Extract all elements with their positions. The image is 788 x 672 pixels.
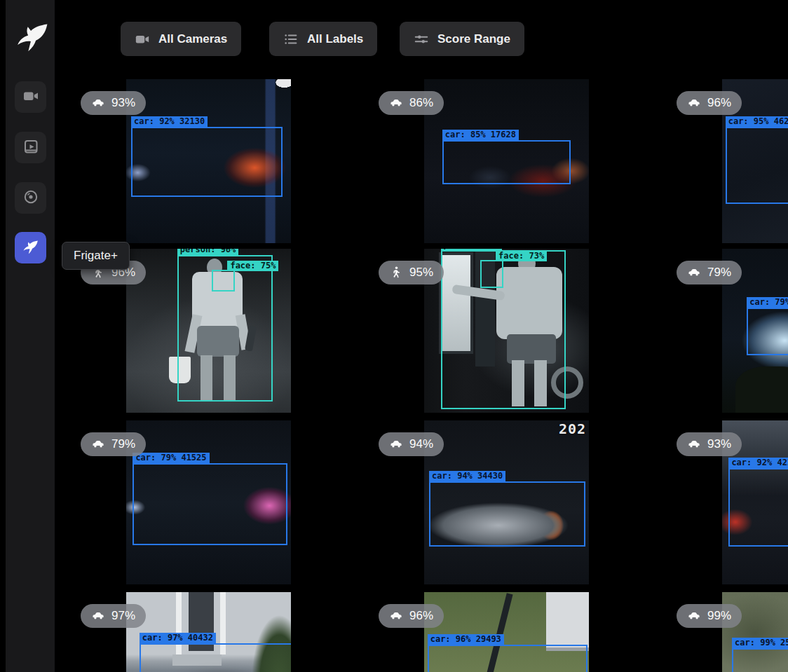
- score-badge: 95%: [379, 261, 444, 284]
- box-label: car: 94% 34430: [429, 471, 505, 481]
- snapshot-image[interactable]: 202 car: 94% 34430: [424, 420, 589, 584]
- score-badge: 94%: [379, 432, 444, 456]
- score-badge: 79%: [81, 432, 146, 456]
- snapshot-image[interactable]: car: 85% 17628: [424, 79, 589, 243]
- frigate-app: Frigate+ All Cameras All Labels Score Ra…: [0, 0, 788, 672]
- detection-tile: 99% car: 99% 25: [666, 592, 788, 672]
- score-range-label: Score Range: [437, 32, 510, 46]
- bounding-box: car: 92% 4216: [728, 468, 788, 547]
- sidebar: [6, 0, 55, 672]
- car-icon: [687, 437, 701, 451]
- bounding-box: car: 94% 34430: [429, 481, 585, 547]
- bounding-box: car: 85% 17628: [442, 140, 571, 184]
- snapshot-image[interactable]: car: 92% 32130: [126, 79, 291, 243]
- box-label: car: 92% 4216: [728, 458, 788, 468]
- frigate-logo-icon: [15, 18, 50, 55]
- score-value: 95%: [409, 266, 433, 280]
- face-label: face: 75%: [227, 261, 278, 271]
- sidebar-item-frigate-plus[interactable]: [15, 232, 46, 263]
- score-badge: 79%: [677, 261, 742, 284]
- detection-tile: 93% 03 0 car: 92% 4216: [666, 420, 788, 591]
- person-icon: [389, 266, 403, 280]
- box-label: car: 85% 17628: [442, 130, 519, 140]
- all-cameras-label: All Cameras: [158, 32, 227, 46]
- box-label: car: 79%: [747, 297, 788, 308]
- score-value: 96%: [409, 609, 433, 623]
- bounding-box: car: 96% 29493: [428, 645, 587, 672]
- camera-icon: [135, 32, 150, 47]
- score-badge: 93%: [677, 432, 742, 456]
- score-range-button[interactable]: Score Range: [400, 22, 524, 56]
- car-icon: [389, 96, 403, 110]
- score-value: 93%: [111, 96, 135, 110]
- sidebar-item-review[interactable]: [15, 132, 46, 163]
- snapshot-image[interactable]: car: 79% 41525: [126, 420, 291, 584]
- score-value: 79%: [111, 437, 135, 451]
- all-labels-label: All Labels: [307, 32, 363, 46]
- bounding-box: person: 94%: [441, 250, 566, 409]
- score-value: 97%: [111, 609, 135, 623]
- car-icon: [91, 437, 105, 451]
- score-badge: 97%: [81, 604, 146, 628]
- detection-tile: 95% person: 94% face: 73%: [368, 249, 666, 419]
- score-badge: 96%: [379, 604, 444, 628]
- face-label: face: 73%: [496, 251, 547, 261]
- detection-tile: 93% car: 92% 32130: [70, 79, 368, 249]
- score-value: 93%: [707, 437, 731, 451]
- bounding-box: car: 95% 46260: [726, 127, 788, 204]
- detection-tile: 94% 202 car: 94% 34430: [368, 420, 666, 591]
- score-badge: 99%: [677, 604, 742, 628]
- car-icon: [389, 437, 403, 451]
- box-label: person: 96%: [177, 249, 238, 255]
- bounding-box: car: 79% 41525: [133, 463, 287, 545]
- bounding-box: car: 79%: [747, 308, 788, 355]
- detection-tile: 79% car: 79% 41525: [70, 420, 368, 591]
- bounding-box: car: 92% 32130: [131, 127, 283, 198]
- sidebar-item-cameras[interactable]: [15, 81, 46, 113]
- all-labels-button[interactable]: All Labels: [269, 22, 377, 56]
- box-label: person: 94%: [441, 249, 502, 250]
- score-value: 94%: [409, 437, 433, 451]
- snapshot-image[interactable]: car: 96% 29493: [424, 592, 589, 672]
- timestamp-overlay: 202: [559, 420, 586, 437]
- score-value: 96%: [707, 96, 731, 110]
- bounding-box: car: 99% 25: [732, 648, 788, 672]
- scene-art: [546, 592, 589, 651]
- score-badge: 86%: [379, 91, 444, 115]
- sidebar-item-recordings[interactable]: [15, 182, 46, 214]
- review-icon: [22, 138, 39, 158]
- bounding-box: car: 97% 40432: [140, 643, 291, 672]
- score-badge: 93%: [81, 91, 146, 115]
- box-label: car: 97% 40432: [140, 633, 216, 643]
- detection-tile: 86% car: 85% 17628: [368, 79, 666, 249]
- score-value: 79%: [707, 266, 731, 280]
- car-icon: [91, 609, 105, 623]
- score-value: 86%: [409, 96, 433, 110]
- detection-tile: 96% car: 96% 29493: [368, 592, 666, 672]
- recordings-icon: [22, 188, 39, 208]
- camera-icon: [22, 88, 39, 107]
- filter-bar: All Cameras All Labels Score Range: [56, 0, 788, 67]
- scene-art: [735, 366, 788, 413]
- snapshot-image[interactable]: person: 96% face: 75%: [126, 249, 291, 413]
- car-icon: [687, 609, 701, 623]
- detection-tile: 79% car: 79%: [666, 249, 788, 419]
- box-label: car: 95% 46260: [726, 116, 788, 127]
- all-cameras-button[interactable]: All Cameras: [121, 22, 241, 56]
- list-icon: [283, 32, 299, 47]
- face-bounding-box: face: 75%: [212, 270, 235, 291]
- car-icon: [687, 96, 701, 110]
- box-label: car: 99% 25: [732, 638, 788, 648]
- frigate-plus-icon: [22, 238, 39, 258]
- face-bounding-box: face: 73%: [480, 260, 503, 288]
- score-badge: 96%: [677, 91, 742, 115]
- car-icon: [687, 266, 701, 280]
- frigate-plus-tooltip: Frigate+: [62, 242, 130, 270]
- car-icon: [91, 96, 105, 110]
- box-label: car: 79% 41525: [133, 453, 209, 463]
- snapshot-image[interactable]: person: 94% face: 73%: [424, 249, 589, 413]
- detection-tile: 97% car: 97% 40432: [70, 592, 368, 672]
- sliders-icon: [414, 32, 429, 47]
- snapshot-image[interactable]: car: 97% 40432: [126, 592, 291, 672]
- car-icon: [389, 609, 403, 623]
